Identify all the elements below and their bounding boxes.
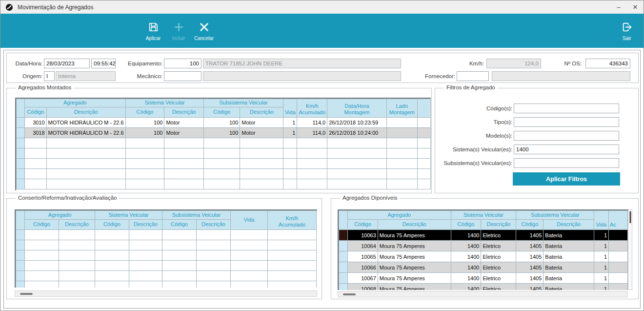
- col-descricao: Descrição: [378, 220, 451, 230]
- disponiveis-horizontal-scrollbar[interactable]: [338, 291, 628, 297]
- main-toolbar: Aplicar Incluir Cancelar Sair: [0, 14, 644, 48]
- incluir-label: Incluir: [172, 36, 185, 41]
- scrollbar-thumb[interactable]: [629, 211, 631, 223]
- agregados-montados-legend: Agregados Montados: [16, 84, 74, 90]
- table-row[interactable]: 10068 Moura 75 Amperes 1400 Eletrico 140…: [339, 284, 628, 290]
- sair-label: Sair: [623, 36, 631, 41]
- origem-desc-field: Interna: [56, 71, 116, 81]
- table-header-row: Agregado Sistema Veicular Subsistema Vei…: [17, 99, 431, 107]
- empty-row: [16, 261, 317, 271]
- os-label: Nº OS:: [547, 59, 582, 68]
- fornecedor-label: Fornecedor:: [413, 71, 455, 81]
- cancelar-button[interactable]: Cancelar: [191, 17, 217, 45]
- origem-code-field[interactable]: I: [44, 71, 55, 81]
- toolbar-left-group: Aplicar Incluir Cancelar: [141, 17, 217, 45]
- disponiveis-vertical-scrollbar[interactable]: [628, 209, 632, 290]
- table-row[interactable]: 10066 Moura 75 Amperes 1400 Eletrico 140…: [339, 262, 628, 273]
- scrollbar-thumb[interactable]: [20, 293, 33, 295]
- app-logo-icon: [5, 3, 13, 11]
- col-codigo: Código: [25, 220, 59, 230]
- exit-icon: [621, 21, 633, 34]
- incluir-button[interactable]: Incluir: [166, 17, 191, 45]
- close-button[interactable]: ✕: [627, 0, 644, 14]
- header-form-panel: Data/Hora: 28/03/2023 09:55:42 Origem: I…: [6, 53, 639, 83]
- disponiveis-legend: Agregados Diponíveis: [340, 195, 400, 201]
- aplicar-label: Aplicar: [146, 36, 161, 41]
- codigos-input[interactable]: [514, 104, 619, 113]
- col-codigo: Código: [516, 220, 543, 230]
- agregados-montados-group: Agregados Montados Agregado Sistema Veic…: [6, 88, 432, 193]
- table-header-row: Agregado Sistema Veicular Subsistema Vei…: [339, 211, 628, 220]
- sistemas-veiculares-label: Sistema(s) Veicular(es):: [435, 145, 512, 154]
- table-row[interactable]: 10065 Moura 75 Amperes 1400 Eletrico 140…: [339, 251, 628, 262]
- col-acumulado-cut: Ac: [609, 211, 628, 230]
- col-sistema-veicular: Sistema Veicular: [451, 211, 516, 220]
- col-datahora-montagem: Data/Hora Montagem: [327, 99, 387, 118]
- table-row[interactable]: 10067 Moura 75 Amperes 1400 Eletrico 140…: [339, 273, 628, 284]
- subsistemas-veiculares-input[interactable]: [514, 158, 619, 168]
- subsistemas-veiculares-label: Subsistema(s) Veicular(es):: [435, 158, 512, 168]
- mecanico-code-field[interactable]: [164, 71, 201, 81]
- scrollbar-thumb[interactable]: [343, 293, 356, 295]
- conserto-horizontal-scrollbar[interactable]: [15, 290, 317, 297]
- col-descricao: Descrição: [197, 220, 231, 230]
- empty-row: [17, 148, 431, 159]
- aplicar-button[interactable]: Aplicar: [141, 17, 166, 45]
- empty-row: [17, 159, 431, 169]
- col-codigo: Código: [125, 107, 164, 118]
- fornecedor-code-field[interactable]: [457, 71, 489, 81]
- col-descricao: Descrição: [240, 107, 283, 118]
- table-row[interactable]: 10064 Moura 75 Amperes 1400 Eletrico 140…: [339, 241, 628, 251]
- aplicar-filtros-button[interactable]: Aplicar Filtros: [513, 172, 620, 186]
- col-agregado: Agregado: [25, 211, 95, 220]
- app-window: Movimentação de Agregados – ✕ Aplicar In…: [0, 0, 644, 311]
- empty-row: [16, 281, 317, 288]
- col-vida: Vida: [231, 211, 268, 230]
- empty-row: [17, 169, 431, 179]
- hora-field[interactable]: 09:55:42: [91, 59, 116, 68]
- col-subsistema-veicular: Subsistema Veicular: [162, 211, 231, 220]
- filtros-legend: Filtros de Agregado: [444, 84, 498, 90]
- conserto-legend: Conserto/Reforma/Inativação/Avaliação: [16, 195, 119, 201]
- empty-row: [16, 250, 317, 261]
- table-row[interactable]: 3010 MOTOR HIDRÁULICO M - 22.6 100 Motor…: [17, 118, 431, 128]
- filtros-agregado-group: Filtros de Agregado Código(s): Tipo(s): …: [435, 88, 639, 193]
- col-sistema-veicular: Sistema Veicular: [125, 99, 204, 107]
- col-codigo: Código: [162, 220, 197, 230]
- empty-row: [17, 179, 431, 189]
- mecanico-desc-field: [203, 71, 401, 81]
- sair-button[interactable]: Sair: [614, 17, 640, 45]
- data-hora-label: Data/Hora:: [7, 59, 42, 68]
- table-row[interactable]: 3018 MOTOR HIDRÁULICO M - 22.6 100 Motor…: [17, 128, 431, 138]
- col-descricao: Descrição: [481, 220, 516, 230]
- os-field[interactable]: 436343: [585, 59, 630, 68]
- x-icon: [198, 21, 210, 34]
- col-codigo: Código: [347, 220, 378, 230]
- col-sistema-veicular: Sistema Veicular: [95, 211, 162, 220]
- modelos-input[interactable]: [514, 131, 619, 141]
- disponiveis-table: Agregado Sistema Veicular Subsistema Vei…: [338, 209, 628, 290]
- empty-row: [16, 230, 317, 240]
- agregados-disponiveis-group: Agregados Diponíveis Agregado Sistema Ve…: [331, 198, 639, 299]
- equipamento-desc-field: TRATOR 7185J JOHN DEERE: [203, 59, 401, 68]
- data-field[interactable]: 28/03/2023: [44, 59, 90, 68]
- tipos-label: Tipo(s):: [435, 117, 512, 127]
- col-codigo: Código: [204, 107, 240, 118]
- table-subheader-row: Código Descrição Código Descrição Código…: [339, 220, 628, 230]
- title-bar: Movimentação de Agregados – ✕: [0, 0, 644, 14]
- mecanico-label: Mecânico:: [121, 71, 162, 81]
- origem-label: Origem:: [7, 71, 42, 81]
- minimize-button[interactable]: –: [610, 0, 627, 14]
- col-descricao: Descrição: [129, 220, 162, 230]
- tipos-input[interactable]: [514, 117, 619, 127]
- col-subsistema-veicular: Subsistema Veicular: [204, 99, 283, 107]
- col-codigo: Código: [451, 220, 481, 230]
- table-row-selected[interactable]: 10063 Moura 75 Amperes 1400 Eletrico 140…: [339, 230, 628, 241]
- conserto-table: Agregado Sistema Veicular Subsistema Vei…: [15, 209, 317, 288]
- col-codigo: Código: [95, 220, 129, 230]
- equipamento-code-field[interactable]: 100: [164, 59, 201, 68]
- col-descricao: Descrição: [59, 220, 95, 230]
- modelos-label: Modelo(s):: [435, 131, 512, 141]
- sistemas-veiculares-input[interactable]: 1400: [514, 145, 619, 154]
- plus-icon: [173, 21, 185, 34]
